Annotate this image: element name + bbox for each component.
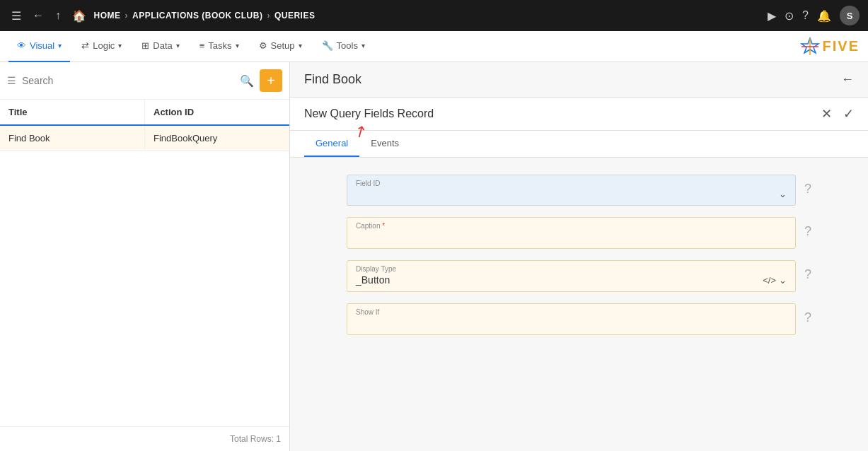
nav-tools[interactable]: 🔧 Tools ▾: [313, 31, 374, 62]
breadcrumb-sep2: ›: [267, 11, 270, 20]
display-type-help-icon[interactable]: ?: [804, 267, 811, 282]
display-type-dropdown[interactable]: _Button </> ⌄: [356, 274, 787, 286]
save-button[interactable]: ✓: [843, 106, 854, 122]
show-if-label: Show If: [356, 308, 787, 316]
display-type-field[interactable]: Display Type _Button </> ⌄: [347, 260, 796, 292]
breadcrumb-sep1: ›: [125, 11, 129, 20]
show-if-row: Show If (!five.field.Borrower) ?: [347, 303, 811, 335]
home-icon[interactable]: 🏠: [69, 6, 90, 25]
caption-row: Caption * Request Book ?: [347, 217, 811, 249]
nav-tasks-label: Tasks: [208, 40, 231, 51]
nav-logic[interactable]: ⇄ Logic ▾: [73, 31, 130, 62]
table-header: Title Action ID: [0, 100, 289, 126]
nav-visual-label: Visual: [30, 40, 54, 51]
visual-icon: 👁: [17, 40, 26, 51]
right-sub-header: New Query Fields Record ✕ ✓: [290, 98, 868, 131]
show-if-input[interactable]: (!five.field.Borrower): [356, 317, 787, 329]
sidebar-table: Title Action ID Find Book FindBookQuery: [0, 100, 289, 426]
form-area: Field ID ⌄ ? Caption * Request Book ?: [290, 158, 868, 451]
circle-search-icon[interactable]: ⊙: [785, 9, 794, 23]
nav-tasks[interactable]: ≡ Tasks ▾: [191, 31, 248, 62]
sidebar-search-bar: ☰ 🔍 +: [0, 62, 289, 100]
back-icon[interactable]: ←: [30, 6, 47, 25]
tab-events-label: Events: [371, 138, 399, 148]
nav-data[interactable]: ⊞ Data ▾: [133, 31, 187, 62]
logic-caret: ▾: [118, 42, 122, 49]
logo-area: FIVE: [800, 37, 860, 57]
display-type-value: _Button: [356, 274, 390, 286]
nav-data-label: Data: [153, 40, 172, 51]
top-nav-left: ☰ ← ↑ 🏠 HOME › APPLICATIONS (BOOK CLUB) …: [8, 6, 762, 25]
top-nav: ☰ ← ↑ 🏠 HOME › APPLICATIONS (BOOK CLUB) …: [0, 0, 868, 31]
hamburger-icon[interactable]: ☰: [8, 6, 24, 25]
chevron-down-icon: ⌄: [779, 275, 787, 286]
main-layout: ☰ 🔍 + Title Action ID Find Book FindBook…: [0, 62, 868, 451]
setup-caret: ▾: [299, 42, 302, 49]
play-icon[interactable]: ▶: [768, 9, 776, 23]
caption-label: Caption *: [356, 222, 787, 230]
sec-nav: 👁 Visual ▾ ⇄ Logic ▾ ⊞ Data ▾ ≡ Tasks ▾ …: [0, 31, 868, 62]
filter-icon[interactable]: ☰: [7, 75, 16, 86]
nav-tools-label: Tools: [337, 40, 358, 51]
bell-icon[interactable]: 🔔: [817, 9, 831, 23]
caption-field[interactable]: Caption * Request Book: [347, 217, 796, 249]
logic-icon: ⇄: [81, 40, 89, 51]
nav-setup-label: Setup: [271, 40, 295, 51]
tab-general[interactable]: General: [304, 131, 359, 157]
field-id-chevron: ⌄: [779, 189, 787, 199]
tasks-caret: ▾: [236, 42, 239, 49]
caption-input[interactable]: Request Book: [356, 231, 787, 242]
top-nav-right: ▶ ⊙ ? 🔔 S: [768, 6, 860, 25]
tab-general-label: General: [316, 138, 348, 148]
five-logo-icon: [800, 37, 820, 57]
col-action-id: Action ID: [145, 100, 289, 124]
right-panel-header: Find Book ←: [290, 62, 868, 98]
display-type-row: Display Type _Button </> ⌄ ?: [347, 260, 811, 292]
breadcrumb-home[interactable]: HOME: [94, 11, 121, 20]
col-title: Title: [0, 100, 145, 124]
right-panel-title: Find Book: [304, 72, 361, 87]
row-action-id: FindBookQuery: [145, 126, 289, 151]
five-logo: FIVE: [800, 37, 860, 57]
field-id-dropdown[interactable]: ⌄: [356, 189, 787, 199]
search-input[interactable]: [22, 75, 234, 86]
help-icon[interactable]: ?: [802, 9, 809, 22]
five-logo-text: FIVE: [823, 38, 860, 54]
tasks-icon: ≡: [199, 40, 205, 51]
setup-icon: ⚙: [259, 40, 267, 51]
sidebar: ☰ 🔍 + Title Action ID Find Book FindBook…: [0, 62, 290, 451]
tools-icon: 🔧: [322, 40, 333, 51]
display-type-chevrons: </> ⌄: [763, 275, 787, 286]
row-title: Find Book: [0, 126, 145, 151]
display-type-label: Display Type: [356, 265, 787, 273]
field-id-field[interactable]: Field ID ⌄: [347, 175, 796, 206]
nav-logic-label: Logic: [93, 40, 115, 51]
code-icon: </>: [763, 275, 776, 286]
search-icon[interactable]: 🔍: [240, 74, 254, 88]
breadcrumb-app[interactable]: APPLICATIONS (BOOK CLUB): [132, 11, 262, 20]
sidebar-footer: Total Rows: 1: [0, 426, 289, 451]
breadcrumb-queries[interactable]: QUERIES: [274, 11, 316, 20]
right-panel: Find Book ← New Query Fields Record ✕ ✓ …: [290, 62, 868, 451]
show-if-field[interactable]: Show If (!five.field.Borrower): [347, 303, 796, 335]
table-row[interactable]: Find Book FindBookQuery: [0, 126, 289, 151]
tabs-row: General Events ↗: [290, 131, 868, 158]
close-button[interactable]: ✕: [821, 106, 832, 122]
data-icon: ⊞: [141, 40, 149, 51]
forward-icon[interactable]: ↑: [52, 6, 64, 25]
record-actions: ✕ ✓: [821, 106, 854, 122]
tools-caret: ▾: [361, 42, 365, 49]
visual-caret: ▾: [58, 42, 62, 49]
add-button[interactable]: +: [260, 69, 282, 92]
back-button[interactable]: ←: [841, 72, 854, 87]
show-if-help-icon[interactable]: ?: [804, 310, 811, 325]
caption-help-icon[interactable]: ?: [804, 224, 811, 239]
field-id-row: Field ID ⌄ ?: [347, 175, 811, 206]
nav-visual[interactable]: 👁 Visual ▾: [8, 31, 70, 62]
breadcrumb: 🏠 HOME › APPLICATIONS (BOOK CLUB) › QUER…: [69, 6, 315, 25]
field-id-label: Field ID: [356, 180, 787, 187]
nav-setup[interactable]: ⚙ Setup ▾: [250, 31, 311, 62]
avatar[interactable]: S: [840, 6, 860, 25]
field-id-help-icon[interactable]: ?: [804, 182, 811, 197]
tab-events[interactable]: Events ↗: [359, 131, 410, 157]
